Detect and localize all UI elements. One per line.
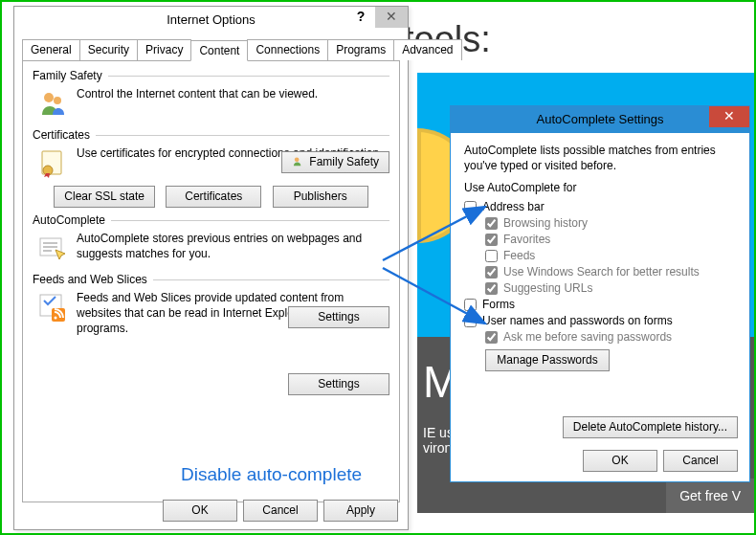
chk-favorites-label: Favorites — [503, 233, 550, 246]
ac-ok-button[interactable]: OK — [583, 450, 657, 472]
tab-content[interactable]: Content — [190, 40, 248, 61]
tab-security[interactable]: Security — [79, 39, 138, 60]
family-safety-btn-icon — [292, 156, 305, 169]
autocomplete-settings-button[interactable]: Settings — [288, 306, 389, 328]
io-titlebar: Internet Options ? ✕ — [14, 7, 408, 33]
chk-ask-before-save-input[interactable] — [485, 331, 498, 344]
chk-browsing-history-label: Browsing history — [503, 216, 588, 230]
autocomplete-icon — [36, 233, 69, 265]
chk-forms[interactable]: Forms — [464, 298, 736, 311]
chk-ask-before-save-label: Ask me before saving passwords — [503, 330, 672, 344]
autocomplete-settings-dialog: AutoComplete Settings ✕ AutoComplete lis… — [450, 105, 750, 482]
svg-point-0 — [44, 93, 54, 102]
group-label-family: Family Safety — [33, 69, 108, 82]
chk-feeds-input[interactable] — [485, 250, 498, 262]
certificates-button[interactable]: Certificates — [166, 186, 261, 208]
chk-browsing-history-input[interactable] — [485, 217, 498, 230]
clear-ssl-button[interactable]: Clear SSL state — [54, 186, 155, 208]
chk-address-bar-label: Address bar — [482, 200, 545, 213]
family-safety-icon — [36, 88, 69, 121]
chk-usernames-passwords-label: User names and passwords on forms — [482, 314, 673, 327]
disable-autocomplete-annotation: Disable auto-complete — [181, 464, 362, 485]
chk-windows-search[interactable]: Use Windows Search for better results — [485, 265, 736, 279]
chk-suggesting-urls-label: Suggesting URLs — [503, 281, 592, 295]
ac-close-button[interactable]: ✕ — [709, 106, 749, 127]
chk-address-bar-input[interactable] — [464, 201, 477, 213]
group-label-auto: AutoComplete — [33, 213, 111, 227]
family-safety-btn-label: Family Safety — [309, 152, 379, 172]
family-safety-button[interactable]: Family Safety — [281, 151, 389, 173]
feeds-icon — [36, 292, 69, 324]
chk-usernames-passwords-input[interactable] — [464, 315, 477, 327]
feeds-settings-button[interactable]: Settings — [288, 373, 389, 395]
tab-programs[interactable]: Programs — [327, 39, 394, 60]
group-family-safety: Family Safety Control the Internet conte… — [33, 69, 389, 123]
get-free-button[interactable]: Get free V — [666, 479, 754, 513]
chk-forms-input[interactable] — [464, 299, 477, 311]
chk-feeds[interactable]: Feeds — [485, 249, 736, 262]
io-cancel-button[interactable]: Cancel — [243, 500, 318, 522]
ac-titlebar: AutoComplete Settings ✕ — [451, 106, 749, 133]
chk-windows-search-label: Use Windows Search for better results — [503, 265, 700, 279]
chk-favorites[interactable]: Favorites — [485, 233, 736, 246]
chk-forms-label: Forms — [482, 298, 515, 311]
io-apply-button[interactable]: Apply — [323, 500, 398, 522]
chk-ask-before-save[interactable]: Ask me before saving passwords — [485, 330, 736, 344]
tab-body: Family Safety Control the Internet conte… — [22, 60, 400, 502]
manage-passwords-button[interactable]: Manage Passwords — [485, 349, 610, 371]
chk-windows-search-input[interactable] — [485, 266, 498, 279]
chk-suggesting-urls[interactable]: Suggesting URLs — [485, 281, 736, 295]
group-autocomplete: AutoComplete AutoComplete stores previou… — [33, 213, 389, 267]
chk-usernames-passwords[interactable]: User names and passwords on forms — [464, 314, 736, 327]
tab-privacy[interactable]: Privacy — [137, 39, 191, 60]
close-button[interactable]: ✕ — [375, 7, 408, 28]
svg-point-2 — [295, 157, 300, 162]
io-ok-button[interactable]: OK — [163, 500, 237, 522]
certificate-icon — [36, 147, 69, 180]
chk-feeds-label: Feeds — [503, 249, 535, 262]
svg-point-11 — [55, 317, 57, 320]
tab-connections[interactable]: Connections — [247, 39, 328, 60]
publishers-button[interactable]: Publishers — [273, 186, 368, 208]
ac-title: AutoComplete Settings — [451, 106, 749, 133]
family-safety-desc: Control the Internet content that can be… — [77, 86, 389, 101]
group-label-feeds: Feeds and Web Slices — [33, 273, 153, 286]
delete-autocomplete-history-button[interactable]: Delete AutoComplete history... — [563, 416, 738, 438]
chk-browsing-history[interactable]: Browsing history — [485, 216, 736, 230]
ac-intro: AutoComplete lists possible matches from… — [464, 143, 736, 173]
svg-point-1 — [54, 97, 61, 104]
chk-suggesting-urls-input[interactable] — [485, 282, 498, 295]
internet-options-dialog: Internet Options ? ✕ General Security Pr… — [13, 6, 409, 530]
auto-desc: AutoComplete stores previous entries on … — [77, 231, 389, 261]
group-label-certs: Certificates — [33, 128, 96, 142]
tab-strip: General Security Privacy Content Connect… — [14, 33, 408, 60]
tab-advanced[interactable]: Advanced — [393, 39, 461, 60]
chk-favorites-input[interactable] — [485, 234, 498, 246]
chk-address-bar[interactable]: Address bar — [464, 200, 736, 213]
tab-general[interactable]: General — [22, 39, 80, 60]
help-button[interactable]: ? — [346, 7, 375, 28]
ac-use-for-label: Use AutoComplete for — [464, 181, 736, 194]
ac-cancel-button[interactable]: Cancel — [663, 450, 738, 472]
